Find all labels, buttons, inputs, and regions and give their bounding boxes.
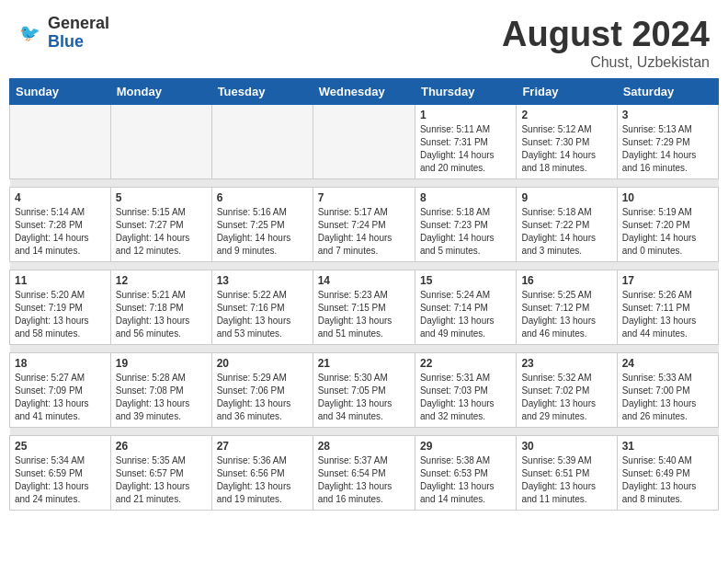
day-info: Sunrise: 5:18 AM Sunset: 7:23 PM Dayligh… bbox=[420, 206, 511, 258]
calendar-day: 14Sunrise: 5:23 AM Sunset: 7:15 PM Dayli… bbox=[313, 270, 415, 345]
day-number: 10 bbox=[622, 191, 713, 204]
logo: 🐦 General Blue bbox=[18, 15, 109, 52]
calendar-day: 10Sunrise: 5:19 AM Sunset: 7:20 PM Dayli… bbox=[617, 188, 718, 262]
day-number: 18 bbox=[15, 357, 106, 370]
calendar-day: 25Sunrise: 5:34 AM Sunset: 6:59 PM Dayli… bbox=[10, 436, 111, 511]
weekday-header-friday: Friday bbox=[517, 79, 617, 105]
calendar-day: 12Sunrise: 5:21 AM Sunset: 7:18 PM Dayli… bbox=[110, 270, 211, 345]
day-number: 22 bbox=[420, 357, 511, 370]
day-number: 6 bbox=[217, 191, 308, 204]
day-info: Sunrise: 5:27 AM Sunset: 7:09 PM Dayligh… bbox=[15, 372, 106, 423]
calendar-spacer-row bbox=[10, 179, 719, 188]
calendar-day: 13Sunrise: 5:22 AM Sunset: 7:16 PM Dayli… bbox=[211, 270, 313, 345]
spacer-cell bbox=[10, 179, 719, 188]
calendar-day: 23Sunrise: 5:32 AM Sunset: 7:02 PM Dayli… bbox=[517, 353, 617, 428]
day-number: 25 bbox=[15, 440, 106, 453]
calendar-day: 8Sunrise: 5:18 AM Sunset: 7:23 PM Daylig… bbox=[415, 188, 516, 262]
calendar-day: 5Sunrise: 5:15 AM Sunset: 7:27 PM Daylig… bbox=[110, 188, 211, 262]
calendar-week-5: 25Sunrise: 5:34 AM Sunset: 6:59 PM Dayli… bbox=[10, 436, 719, 511]
calendar-spacer-row bbox=[10, 345, 719, 353]
day-number: 31 bbox=[622, 440, 713, 453]
day-info: Sunrise: 5:13 AM Sunset: 7:29 PM Dayligh… bbox=[622, 123, 713, 175]
logo-general-text: General bbox=[48, 14, 109, 32]
day-number: 19 bbox=[116, 357, 207, 370]
calendar-day: 1Sunrise: 5:11 AM Sunset: 7:31 PM Daylig… bbox=[415, 105, 516, 179]
calendar-day bbox=[211, 105, 313, 179]
title-block: August 2024 Chust, Uzbekistan bbox=[502, 15, 710, 71]
calendar-day: 27Sunrise: 5:36 AM Sunset: 6:56 PM Dayli… bbox=[211, 436, 313, 511]
calendar-day: 2Sunrise: 5:12 AM Sunset: 7:30 PM Daylig… bbox=[517, 105, 617, 179]
calendar-day: 7Sunrise: 5:17 AM Sunset: 7:24 PM Daylig… bbox=[313, 188, 415, 262]
calendar-week-4: 18Sunrise: 5:27 AM Sunset: 7:09 PM Dayli… bbox=[10, 353, 719, 428]
day-info: Sunrise: 5:22 AM Sunset: 7:16 PM Dayligh… bbox=[217, 289, 308, 340]
day-info: Sunrise: 5:17 AM Sunset: 7:24 PM Dayligh… bbox=[318, 206, 410, 258]
day-number: 14 bbox=[318, 274, 410, 287]
day-info: Sunrise: 5:11 AM Sunset: 7:31 PM Dayligh… bbox=[420, 123, 511, 175]
logo-icon: 🐦 bbox=[18, 20, 44, 46]
calendar-spacer-row bbox=[10, 428, 719, 436]
weekday-header-saturday: Saturday bbox=[617, 79, 718, 105]
day-number: 11 bbox=[15, 274, 106, 287]
day-info: Sunrise: 5:28 AM Sunset: 7:08 PM Dayligh… bbox=[116, 372, 207, 423]
calendar-day: 17Sunrise: 5:26 AM Sunset: 7:11 PM Dayli… bbox=[617, 270, 718, 345]
day-number: 21 bbox=[318, 357, 410, 370]
day-info: Sunrise: 5:30 AM Sunset: 7:05 PM Dayligh… bbox=[318, 372, 410, 423]
calendar-wrapper: SundayMondayTuesdayWednesdayThursdayFrid… bbox=[0, 78, 728, 520]
day-number: 30 bbox=[521, 440, 611, 453]
calendar-day: 20Sunrise: 5:29 AM Sunset: 7:06 PM Dayli… bbox=[211, 353, 313, 428]
day-number: 27 bbox=[217, 440, 308, 453]
day-info: Sunrise: 5:35 AM Sunset: 6:57 PM Dayligh… bbox=[116, 454, 207, 506]
calendar-day: 24Sunrise: 5:33 AM Sunset: 7:00 PM Dayli… bbox=[617, 353, 718, 428]
day-number: 15 bbox=[420, 274, 511, 287]
weekday-header-tuesday: Tuesday bbox=[211, 79, 313, 105]
day-number: 5 bbox=[116, 191, 207, 204]
day-number: 24 bbox=[622, 357, 713, 370]
day-number: 2 bbox=[521, 109, 611, 121]
calendar-day: 18Sunrise: 5:27 AM Sunset: 7:09 PM Dayli… bbox=[10, 353, 111, 428]
day-number: 8 bbox=[420, 191, 511, 204]
spacer-cell bbox=[10, 262, 719, 270]
calendar-day: 26Sunrise: 5:35 AM Sunset: 6:57 PM Dayli… bbox=[110, 436, 211, 511]
day-info: Sunrise: 5:12 AM Sunset: 7:30 PM Dayligh… bbox=[521, 123, 611, 175]
calendar-day: 30Sunrise: 5:39 AM Sunset: 6:51 PM Dayli… bbox=[517, 436, 617, 511]
calendar-week-1: 1Sunrise: 5:11 AM Sunset: 7:31 PM Daylig… bbox=[10, 105, 719, 179]
calendar-day bbox=[10, 105, 111, 179]
subtitle: Chust, Uzbekistan bbox=[502, 54, 710, 71]
day-info: Sunrise: 5:34 AM Sunset: 6:59 PM Dayligh… bbox=[15, 454, 106, 506]
day-number: 3 bbox=[622, 109, 713, 121]
day-info: Sunrise: 5:25 AM Sunset: 7:12 PM Dayligh… bbox=[521, 289, 611, 340]
day-info: Sunrise: 5:16 AM Sunset: 7:25 PM Dayligh… bbox=[217, 206, 308, 258]
day-info: Sunrise: 5:23 AM Sunset: 7:15 PM Dayligh… bbox=[318, 289, 410, 340]
calendar-day: 4Sunrise: 5:14 AM Sunset: 7:28 PM Daylig… bbox=[10, 188, 111, 262]
calendar-day: 9Sunrise: 5:18 AM Sunset: 7:22 PM Daylig… bbox=[517, 188, 617, 262]
day-info: Sunrise: 5:18 AM Sunset: 7:22 PM Dayligh… bbox=[521, 206, 611, 258]
day-info: Sunrise: 5:38 AM Sunset: 6:53 PM Dayligh… bbox=[420, 454, 511, 506]
day-info: Sunrise: 5:14 AM Sunset: 7:28 PM Dayligh… bbox=[15, 206, 106, 258]
day-info: Sunrise: 5:31 AM Sunset: 7:03 PM Dayligh… bbox=[420, 372, 511, 423]
day-number: 7 bbox=[318, 191, 410, 204]
day-number: 16 bbox=[521, 274, 611, 287]
calendar-table: SundayMondayTuesdayWednesdayThursdayFrid… bbox=[9, 78, 719, 511]
day-info: Sunrise: 5:20 AM Sunset: 7:19 PM Dayligh… bbox=[15, 289, 106, 340]
day-number: 26 bbox=[116, 440, 207, 453]
calendar-day bbox=[313, 105, 415, 179]
weekday-header-row: SundayMondayTuesdayWednesdayThursdayFrid… bbox=[10, 79, 719, 105]
day-number: 28 bbox=[318, 440, 410, 453]
day-info: Sunrise: 5:40 AM Sunset: 6:49 PM Dayligh… bbox=[622, 454, 713, 506]
calendar-day: 29Sunrise: 5:38 AM Sunset: 6:53 PM Dayli… bbox=[415, 436, 516, 511]
day-info: Sunrise: 5:26 AM Sunset: 7:11 PM Dayligh… bbox=[622, 289, 713, 340]
calendar-day: 15Sunrise: 5:24 AM Sunset: 7:14 PM Dayli… bbox=[415, 270, 516, 345]
day-info: Sunrise: 5:24 AM Sunset: 7:14 PM Dayligh… bbox=[420, 289, 511, 340]
day-info: Sunrise: 5:29 AM Sunset: 7:06 PM Dayligh… bbox=[217, 372, 308, 423]
day-number: 29 bbox=[420, 440, 511, 453]
calendar-day: 22Sunrise: 5:31 AM Sunset: 7:03 PM Dayli… bbox=[415, 353, 516, 428]
day-number: 1 bbox=[420, 109, 511, 121]
calendar-week-2: 4Sunrise: 5:14 AM Sunset: 7:28 PM Daylig… bbox=[10, 188, 719, 262]
calendar-week-3: 11Sunrise: 5:20 AM Sunset: 7:19 PM Dayli… bbox=[10, 270, 719, 345]
calendar-day: 19Sunrise: 5:28 AM Sunset: 7:08 PM Dayli… bbox=[110, 353, 211, 428]
calendar-spacer-row bbox=[10, 262, 719, 270]
weekday-header-wednesday: Wednesday bbox=[313, 79, 415, 105]
calendar-day: 3Sunrise: 5:13 AM Sunset: 7:29 PM Daylig… bbox=[617, 105, 718, 179]
logo-blue-text: Blue bbox=[48, 32, 84, 51]
calendar-day bbox=[110, 105, 211, 179]
